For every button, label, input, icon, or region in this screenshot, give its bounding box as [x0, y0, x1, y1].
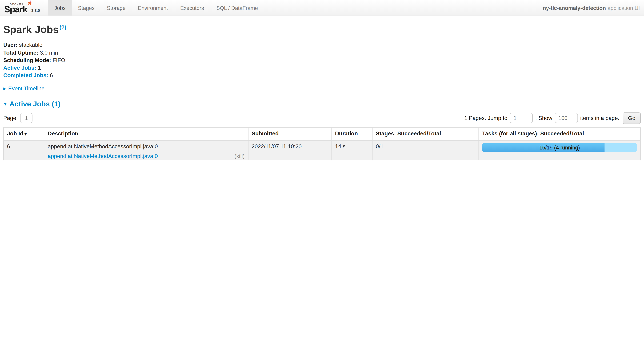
- tab-executors[interactable]: Executors: [174, 0, 210, 16]
- tasks-progress-label: 15/19 (4 running): [482, 143, 637, 152]
- job-description-line2: append at NativeMethodAccessorImpl.java:…: [48, 153, 245, 159]
- collapsed-arrow-icon: ▶: [3, 86, 6, 91]
- col-header-stages[interactable]: Stages: Succeeded/Total: [372, 127, 479, 141]
- scheduling-mode-value: FIFO: [52, 57, 65, 63]
- pages-info: 1 Pages. Jump to: [464, 115, 507, 121]
- col-header-job-id[interactable]: Job Id▾: [4, 127, 44, 141]
- uptime-value: 3.0 min: [40, 49, 58, 56]
- application-name-text: ny-tlc-anomaly-detection: [543, 5, 606, 11]
- spark-logo-text: Spark: [4, 4, 27, 14]
- page-label: Page:: [3, 115, 18, 121]
- job-description-cell: append at NativeMethodAccessorImpl.java:…: [44, 140, 248, 160]
- spark-logo-mark: APACHE Spark ★: [4, 2, 31, 14]
- event-timeline-toggle[interactable]: ▶Event Timeline: [3, 85, 641, 91]
- scheduling-mode-label: Scheduling Mode:: [3, 57, 51, 63]
- submitted-cell: 2022/11/07 11:10:20: [248, 140, 332, 160]
- user-value: stackable: [19, 42, 42, 48]
- page-title: Spark Jobs(?): [3, 21, 641, 35]
- help-link[interactable]: (?): [60, 24, 66, 30]
- duration-cell: 14 s: [332, 140, 372, 160]
- tab-stages[interactable]: Stages: [72, 0, 101, 16]
- active-jobs-table: Job Id▾ Description Submitted Duration S…: [3, 127, 641, 160]
- uptime-label: Total Uptime:: [3, 49, 38, 56]
- col-header-duration[interactable]: Duration: [332, 127, 372, 141]
- expanded-arrow-icon: ▼: [3, 102, 7, 106]
- tab-environment[interactable]: Environment: [132, 0, 174, 16]
- spark-logo[interactable]: APACHE Spark ★ 3.3.0: [0, 0, 42, 16]
- table-row: 6append at NativeMethodAccessorImpl.java…: [4, 140, 640, 160]
- active-jobs-heading: Active Jobs (1): [10, 100, 60, 108]
- active-jobs-link[interactable]: Active Jobs:: [3, 65, 36, 71]
- show-items-input[interactable]: [555, 113, 578, 123]
- jump-to-input[interactable]: [510, 113, 533, 123]
- page-input[interactable]: [20, 113, 32, 123]
- user-label: User:: [3, 42, 18, 48]
- completed-jobs-count: 6: [50, 72, 53, 78]
- nav-tabs: Jobs Stages Storage Environment Executor…: [48, 0, 264, 16]
- kill-link[interactable]: (kill): [234, 153, 244, 159]
- col-header-description[interactable]: Description: [44, 127, 248, 141]
- go-button[interactable]: Go: [622, 112, 641, 124]
- active-jobs-count: 1: [38, 65, 41, 71]
- active-jobs-section-toggle[interactable]: ▼Active Jobs (1): [3, 100, 641, 108]
- completed-jobs-link[interactable]: Completed Jobs:: [3, 72, 48, 78]
- stages-cell: 0/1: [372, 140, 479, 160]
- job-description: append at NativeMethodAccessorImpl.java:…: [48, 143, 245, 149]
- job-summary: User: stackable Total Uptime: 3.0 min Sc…: [3, 41, 641, 79]
- table-header-row: Job Id▾ Description Submitted Duration S…: [4, 127, 640, 141]
- tasks-cell: 15/19 (4 running): [478, 140, 640, 160]
- tab-jobs[interactable]: Jobs: [48, 0, 72, 16]
- page-title-text: Spark Jobs: [3, 23, 58, 35]
- application-name: ny-tlc-anomaly-detection application UI: [543, 0, 644, 16]
- spark-version: 3.3.0: [31, 8, 40, 14]
- pagination-bar: Page: 1 Pages. Jump to . Show items in a…: [3, 112, 641, 124]
- items-label: items in a page.: [580, 115, 619, 121]
- col-header-submitted[interactable]: Submitted: [248, 127, 332, 141]
- tasks-progress-bar: 15/19 (4 running): [482, 143, 637, 152]
- col-header-tasks[interactable]: Tasks (for all stages): Succeeded/Total: [478, 127, 640, 141]
- job-id-cell: 6: [4, 140, 44, 160]
- tab-sql-dataframe[interactable]: SQL / DataFrame: [210, 0, 264, 16]
- event-timeline-label: Event Timeline: [8, 85, 44, 91]
- col-header-job-id-text: Job Id: [7, 130, 23, 137]
- job-description-link[interactable]: append at NativeMethodAccessorImpl.java:…: [48, 153, 158, 159]
- application-ui-suffix: application UI: [608, 5, 640, 11]
- sort-desc-icon: ▾: [24, 132, 26, 136]
- navbar: APACHE Spark ★ 3.3.0 Jobs Stages Storage…: [0, 0, 644, 16]
- tab-storage[interactable]: Storage: [101, 0, 132, 16]
- spark-star-icon: ★: [26, 0, 34, 7]
- show-label: . Show: [535, 115, 552, 121]
